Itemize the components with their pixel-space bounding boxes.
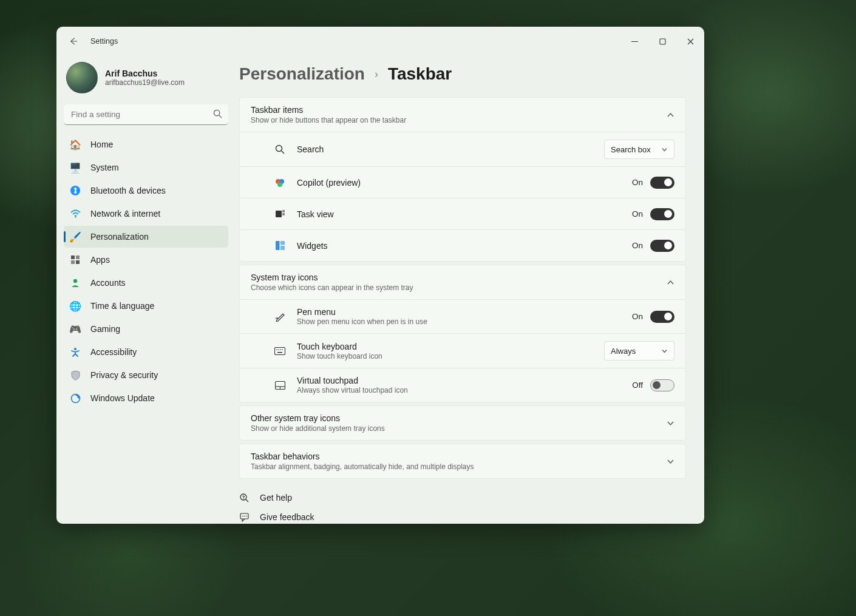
row-copilot: Copilot (preview) On [240,166,685,198]
help-icon [239,492,250,503]
nav-label: Accessibility [90,347,137,357]
svg-rect-29 [277,352,282,353]
apps-icon [70,254,81,265]
brush-icon: 🖌️ [70,231,81,242]
section-sub: Choose which icons can appear in the sys… [251,283,667,292]
profile-block[interactable]: Arif Bacchus arifbacchus19@live.com [64,56,228,104]
nav-system[interactable]: 🖥️System [64,157,228,178]
nav-bluetooth[interactable]: Bluetooth & devices [64,180,228,201]
svg-rect-9 [76,260,80,264]
sidebar: Arif Bacchus arifbacchus19@live.com 🏠Hom… [56,56,236,524]
svg-point-39 [246,515,247,516]
nav-label: Home [90,140,113,149]
dropdown-search-mode[interactable]: Search box [604,140,674,159]
section-other-tray: Other system tray icons Show or hide add… [239,405,686,441]
toggle-state: On [632,209,643,218]
chevron-down-icon [661,348,668,354]
feedback-icon [239,512,250,523]
nav-network[interactable]: Network & internet [64,203,228,225]
maximize-button[interactable] [648,29,676,53]
svg-rect-23 [280,246,285,250]
section-sub: Show or hide buttons that appear on the … [251,116,667,124]
toggle-widgets[interactable] [650,240,674,252]
toggle-pen-menu[interactable] [650,311,674,323]
section-header-taskbar-behaviors[interactable]: Taskbar behaviors Taskbar alignment, bad… [240,444,685,478]
svg-point-2 [214,110,219,115]
svg-point-11 [74,348,76,350]
back-button[interactable] [67,35,80,47]
close-button[interactable] [676,29,704,53]
svg-point-38 [244,515,245,516]
nav-accessibility[interactable]: Accessibility [64,341,228,363]
toggle-copilot[interactable] [650,177,674,189]
avatar [66,62,98,93]
section-sub: Show or hide additional system tray icon… [251,424,667,433]
nav-label: Apps [90,255,110,265]
svg-point-26 [278,349,279,350]
get-help-link[interactable]: Get help [239,491,686,504]
nav-home[interactable]: 🏠Home [64,134,228,155]
row-label: Search [297,144,604,154]
section-header-taskbar-items[interactable]: Taskbar items Show or hide buttons that … [240,98,685,132]
svg-point-10 [73,279,77,283]
bluetooth-icon [70,185,81,196]
breadcrumb-parent[interactable]: Personalization [239,64,365,84]
nav-label: Accounts [90,278,126,288]
search-icon [274,143,286,155]
svg-point-17 [277,182,282,187]
section-header-system-tray[interactable]: System tray icons Choose which icons can… [240,265,685,299]
row-pen-menu: Pen menuShow pen menu icon when pen is i… [240,299,685,333]
svg-point-37 [242,515,243,516]
nav-personalization[interactable]: 🖌️Personalization [64,226,228,248]
system-icon: 🖥️ [70,162,81,173]
page-title: Taskbar [388,64,452,84]
nav-label: Windows Update [90,393,155,403]
minimize-button[interactable] [620,29,648,53]
row-label: Task view [297,209,632,219]
nav-accounts[interactable]: Accounts [64,272,228,294]
dropdown-touch-keyboard[interactable]: Always [604,341,674,360]
section-system-tray: System tray icons Choose which icons can… [239,265,686,402]
nav-update[interactable]: Windows Update [64,387,228,409]
section-title: Taskbar behaviors [251,452,667,461]
wifi-icon [70,208,81,219]
nav-label: Network & internet [90,209,160,218]
toggle-virtual-touchpad[interactable] [650,379,674,391]
svg-rect-8 [71,260,75,264]
nav-label: Bluetooth & devices [90,186,166,195]
nav: 🏠Home 🖥️System Bluetooth & devices Netwo… [64,134,228,409]
svg-line-35 [246,499,248,502]
dropdown-value: Search box [611,145,651,154]
nav-label: Personalization [90,232,149,242]
pen-icon [274,311,286,323]
section-header-other-tray[interactable]: Other system tray icons Show or hide add… [240,406,685,440]
search-box [64,104,228,125]
shield-icon [70,370,81,381]
section-taskbar-items: Taskbar items Show or hide buttons that … [239,97,686,262]
touchpad-icon [274,379,286,391]
search-input[interactable] [64,104,228,125]
taskview-icon [274,208,286,220]
toggle-taskview[interactable] [650,208,674,220]
profile-email: arifbacchus19@live.com [105,78,185,87]
search-icon[interactable] [213,109,222,118]
svg-rect-21 [276,241,280,250]
svg-point-13 [276,146,282,152]
titlebar: Settings [56,27,704,56]
nav-apps[interactable]: Apps [64,249,228,271]
accounts-icon [70,277,81,288]
nav-gaming[interactable]: 🎮Gaming [64,318,228,340]
section-title: System tray icons [251,272,667,282]
nav-privacy[interactable]: Privacy & security [64,364,228,386]
give-feedback-link[interactable]: Give feedback [239,510,686,524]
row-label: Widgets [297,241,632,251]
svg-point-27 [280,349,281,350]
section-title: Other system tray icons [251,413,667,423]
svg-rect-6 [71,256,75,259]
nav-time[interactable]: 🌐Time & language [64,295,228,317]
svg-line-3 [219,115,222,118]
dropdown-value: Always [611,347,636,356]
nav-label: Gaming [90,324,120,334]
section-taskbar-behaviors: Taskbar behaviors Taskbar alignment, bad… [239,444,686,479]
window-title: Settings [90,37,118,46]
